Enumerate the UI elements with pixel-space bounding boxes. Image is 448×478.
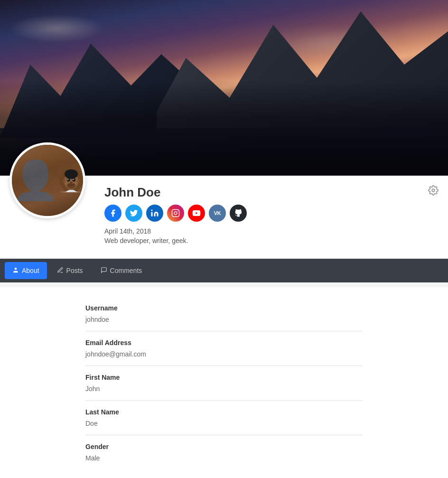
social-icons-row: VK: [104, 205, 439, 222]
tab-comments-label: Comments: [110, 267, 142, 274]
field-firstname-label: First Name: [85, 374, 363, 381]
nav-tabs: About Posts Comments: [0, 259, 448, 282]
svg-point-21: [15, 267, 17, 270]
about-icon: [12, 267, 19, 275]
profile-bio: Web developer, writer, geek.: [104, 237, 439, 244]
tab-comments[interactable]: Comments: [93, 262, 150, 279]
svg-point-20: [432, 189, 435, 192]
profile-joined-date: April 14th, 2018: [104, 227, 439, 235]
field-lastname: Last Name Doe: [85, 401, 363, 435]
field-username: Username johndoe: [85, 297, 363, 331]
tab-posts[interactable]: Posts: [49, 262, 91, 279]
field-email: Email Address johndoe@gmail.com: [85, 331, 363, 366]
field-username-label: Username: [85, 304, 363, 312]
settings-button[interactable]: [428, 185, 439, 198]
field-email-label: Email Address: [85, 339, 363, 347]
social-vk[interactable]: VK: [209, 205, 226, 222]
field-firstname: First Name John: [85, 366, 363, 401]
svg-point-16: [151, 210, 153, 211]
social-youtube[interactable]: [188, 205, 205, 222]
field-username-value: johndoe: [85, 316, 363, 323]
social-instagram[interactable]: [167, 205, 184, 222]
profile-text: John Doe: [104, 180, 439, 244]
field-gender: Gender Male: [85, 435, 363, 469]
tab-about[interactable]: About: [5, 262, 47, 279]
posts-icon: [57, 267, 64, 275]
about-content: Username johndoe Email Address johndoe@g…: [0, 287, 448, 478]
tab-posts-label: Posts: [66, 267, 83, 274]
social-facebook[interactable]: [104, 205, 121, 222]
field-email-value: johndoe@gmail.com: [85, 350, 363, 358]
profile-section: John Doe: [0, 176, 448, 259]
field-firstname-value: John: [85, 385, 363, 393]
social-twitter[interactable]: [125, 205, 142, 222]
comments-icon: [101, 267, 107, 275]
field-gender-value: Male: [85, 454, 363, 462]
social-github[interactable]: [230, 205, 247, 222]
field-lastname-value: Doe: [85, 420, 363, 427]
field-lastname-label: Last Name: [85, 408, 363, 416]
svg-rect-17: [172, 210, 179, 217]
social-linkedin[interactable]: [146, 205, 163, 222]
tab-about-label: About: [22, 267, 39, 274]
field-gender-label: Gender: [85, 443, 363, 450]
profile-info-row: John Doe: [0, 176, 448, 249]
profile-name: John Doe: [104, 185, 439, 200]
